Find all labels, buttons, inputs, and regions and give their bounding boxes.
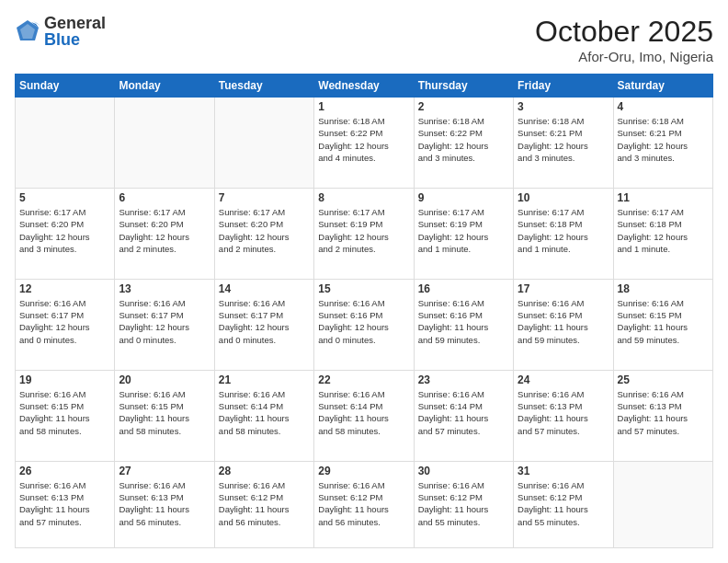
day-header-thursday: Thursday <box>414 75 513 98</box>
day-number: 27 <box>119 465 210 477</box>
day-info: Sunrise: 6:16 AM Sunset: 6:14 PM Dayligh… <box>418 388 509 437</box>
day-info: Sunrise: 6:18 AM Sunset: 6:21 PM Dayligh… <box>518 115 609 164</box>
day-number: 4 <box>618 100 709 113</box>
calendar-cell: 5Sunrise: 6:17 AM Sunset: 6:20 PM Daylig… <box>16 188 115 279</box>
day-info: Sunrise: 6:16 AM Sunset: 6:13 PM Dayligh… <box>518 388 609 437</box>
day-info: Sunrise: 6:17 AM Sunset: 6:19 PM Dayligh… <box>318 206 409 255</box>
day-number: 15 <box>318 282 409 295</box>
month-title: October 2025 <box>535 15 713 49</box>
day-number: 25 <box>618 373 709 386</box>
calendar-cell: 20Sunrise: 6:16 AM Sunset: 6:15 PM Dayli… <box>115 370 214 461</box>
day-info: Sunrise: 6:16 AM Sunset: 6:17 PM Dayligh… <box>19 297 110 346</box>
day-number: 16 <box>418 282 509 295</box>
calendar-cell: 14Sunrise: 6:16 AM Sunset: 6:17 PM Dayli… <box>214 279 313 370</box>
day-header-friday: Friday <box>514 75 613 98</box>
logo-general: General <box>44 15 106 31</box>
day-info: Sunrise: 6:17 AM Sunset: 6:20 PM Dayligh… <box>19 206 110 255</box>
header: General Blue October 2025 Afor-Oru, Imo,… <box>15 15 713 64</box>
day-header-saturday: Saturday <box>613 75 712 98</box>
week-row-1: 5Sunrise: 6:17 AM Sunset: 6:20 PM Daylig… <box>16 188 713 279</box>
day-info: Sunrise: 6:16 AM Sunset: 6:15 PM Dayligh… <box>19 388 110 437</box>
day-info: Sunrise: 6:18 AM Sunset: 6:21 PM Dayligh… <box>618 115 709 164</box>
day-number: 23 <box>418 373 509 386</box>
day-header-monday: Monday <box>115 75 214 98</box>
day-info: Sunrise: 6:16 AM Sunset: 6:16 PM Dayligh… <box>318 297 409 346</box>
day-info: Sunrise: 6:16 AM Sunset: 6:13 PM Dayligh… <box>119 479 210 528</box>
day-info: Sunrise: 6:16 AM Sunset: 6:12 PM Dayligh… <box>518 479 609 528</box>
day-number: 17 <box>518 282 609 295</box>
day-number: 11 <box>618 191 709 204</box>
day-number: 7 <box>219 191 310 204</box>
calendar-cell: 28Sunrise: 6:16 AM Sunset: 6:12 PM Dayli… <box>214 461 313 547</box>
calendar-cell: 9Sunrise: 6:17 AM Sunset: 6:19 PM Daylig… <box>414 188 513 279</box>
calendar-cell: 21Sunrise: 6:16 AM Sunset: 6:14 PM Dayli… <box>214 370 313 461</box>
calendar-cell: 25Sunrise: 6:16 AM Sunset: 6:13 PM Dayli… <box>613 370 712 461</box>
calendar-cell: 12Sunrise: 6:16 AM Sunset: 6:17 PM Dayli… <box>16 279 115 370</box>
day-info: Sunrise: 6:16 AM Sunset: 6:15 PM Dayligh… <box>618 297 709 346</box>
calendar-cell <box>613 461 712 547</box>
day-info: Sunrise: 6:17 AM Sunset: 6:18 PM Dayligh… <box>618 206 709 255</box>
day-info: Sunrise: 6:17 AM Sunset: 6:18 PM Dayligh… <box>518 206 609 255</box>
logo-icon <box>15 18 40 44</box>
day-number: 12 <box>19 282 110 295</box>
week-row-2: 12Sunrise: 6:16 AM Sunset: 6:17 PM Dayli… <box>16 279 713 370</box>
day-number: 30 <box>418 465 509 477</box>
calendar-cell: 30Sunrise: 6:16 AM Sunset: 6:12 PM Dayli… <box>414 461 513 547</box>
calendar: SundayMondayTuesdayWednesdayThursdayFrid… <box>15 74 713 548</box>
calendar-cell: 19Sunrise: 6:16 AM Sunset: 6:15 PM Dayli… <box>16 370 115 461</box>
day-header-tuesday: Tuesday <box>214 75 313 98</box>
logo-blue: Blue <box>44 31 106 48</box>
day-info: Sunrise: 6:17 AM Sunset: 6:20 PM Dayligh… <box>219 206 310 255</box>
days-header-row: SundayMondayTuesdayWednesdayThursdayFrid… <box>16 75 713 98</box>
day-number: 20 <box>119 373 210 386</box>
calendar-cell: 6Sunrise: 6:17 AM Sunset: 6:20 PM Daylig… <box>115 188 214 279</box>
calendar-cell: 18Sunrise: 6:16 AM Sunset: 6:15 PM Dayli… <box>613 279 712 370</box>
day-header-wednesday: Wednesday <box>314 75 414 98</box>
day-number: 28 <box>219 465 310 477</box>
day-number: 24 <box>518 373 609 386</box>
day-info: Sunrise: 6:16 AM Sunset: 6:14 PM Dayligh… <box>318 388 409 437</box>
calendar-cell: 17Sunrise: 6:16 AM Sunset: 6:16 PM Dayli… <box>514 279 613 370</box>
calendar-cell: 26Sunrise: 6:16 AM Sunset: 6:13 PM Dayli… <box>16 461 115 547</box>
calendar-cell: 15Sunrise: 6:16 AM Sunset: 6:16 PM Dayli… <box>314 279 414 370</box>
calendar-cell: 31Sunrise: 6:16 AM Sunset: 6:12 PM Dayli… <box>514 461 613 547</box>
logo-text: General Blue <box>44 15 106 48</box>
day-number: 26 <box>19 465 110 477</box>
day-info: Sunrise: 6:16 AM Sunset: 6:17 PM Dayligh… <box>119 297 210 346</box>
day-info: Sunrise: 6:16 AM Sunset: 6:14 PM Dayligh… <box>219 388 310 437</box>
day-number: 10 <box>518 191 609 204</box>
calendar-cell: 1Sunrise: 6:18 AM Sunset: 6:22 PM Daylig… <box>314 98 414 189</box>
calendar-cell: 11Sunrise: 6:17 AM Sunset: 6:18 PM Dayli… <box>613 188 712 279</box>
day-number: 31 <box>518 465 609 477</box>
day-number: 29 <box>318 465 409 477</box>
location: Afor-Oru, Imo, Nigeria <box>535 49 713 64</box>
day-number: 13 <box>119 282 210 295</box>
day-number: 14 <box>219 282 310 295</box>
day-info: Sunrise: 6:18 AM Sunset: 6:22 PM Dayligh… <box>318 115 409 164</box>
day-info: Sunrise: 6:16 AM Sunset: 6:16 PM Dayligh… <box>518 297 609 346</box>
logo: General Blue <box>15 15 106 48</box>
calendar-cell: 29Sunrise: 6:16 AM Sunset: 6:12 PM Dayli… <box>314 461 414 547</box>
calendar-cell <box>214 98 313 189</box>
week-row-3: 19Sunrise: 6:16 AM Sunset: 6:15 PM Dayli… <box>16 370 713 461</box>
week-row-4: 26Sunrise: 6:16 AM Sunset: 6:13 PM Dayli… <box>16 461 713 547</box>
day-info: Sunrise: 6:17 AM Sunset: 6:20 PM Dayligh… <box>119 206 210 255</box>
day-header-sunday: Sunday <box>16 75 115 98</box>
day-number: 5 <box>19 191 110 204</box>
calendar-cell: 10Sunrise: 6:17 AM Sunset: 6:18 PM Dayli… <box>514 188 613 279</box>
calendar-cell <box>115 98 214 189</box>
calendar-cell: 27Sunrise: 6:16 AM Sunset: 6:13 PM Dayli… <box>115 461 214 547</box>
day-number: 1 <box>318 100 409 113</box>
day-info: Sunrise: 6:16 AM Sunset: 6:17 PM Dayligh… <box>219 297 310 346</box>
day-number: 3 <box>518 100 609 113</box>
week-row-0: 1Sunrise: 6:18 AM Sunset: 6:22 PM Daylig… <box>16 98 713 189</box>
day-info: Sunrise: 6:16 AM Sunset: 6:15 PM Dayligh… <box>119 388 210 437</box>
calendar-cell: 7Sunrise: 6:17 AM Sunset: 6:20 PM Daylig… <box>214 188 313 279</box>
day-info: Sunrise: 6:16 AM Sunset: 6:12 PM Dayligh… <box>318 479 409 528</box>
day-info: Sunrise: 6:16 AM Sunset: 6:16 PM Dayligh… <box>418 297 509 346</box>
calendar-cell: 13Sunrise: 6:16 AM Sunset: 6:17 PM Dayli… <box>115 279 214 370</box>
calendar-cell: 24Sunrise: 6:16 AM Sunset: 6:13 PM Dayli… <box>514 370 613 461</box>
calendar-cell: 2Sunrise: 6:18 AM Sunset: 6:22 PM Daylig… <box>414 98 513 189</box>
day-number: 9 <box>418 191 509 204</box>
calendar-cell: 22Sunrise: 6:16 AM Sunset: 6:14 PM Dayli… <box>314 370 414 461</box>
